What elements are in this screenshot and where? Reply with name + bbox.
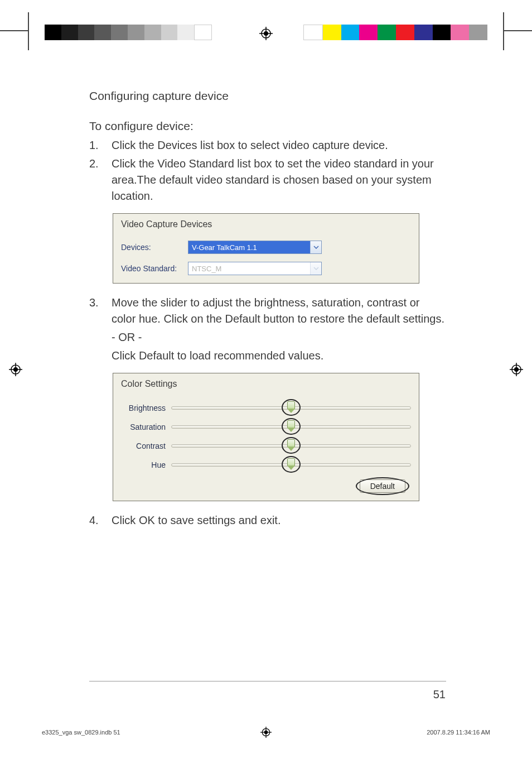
brightness-label: Brightness (121, 404, 171, 412)
step-number: 3. (89, 295, 112, 364)
video-capture-panel: Video Capture Devices Devices: V-Gear Ta… (113, 213, 419, 284)
step-text: Click the Video Standard list box to set… (112, 156, 446, 204)
devices-dropdown[interactable]: V-Gear TalkCam 1.1 (188, 241, 322, 254)
list-item: 3. Move the slider to adjust the brightn… (89, 295, 446, 364)
registration-mark-icon (259, 27, 273, 40)
slider-thumb[interactable] (287, 401, 295, 414)
horizontal-rule (89, 681, 446, 681)
step-text: Move the slider to adjust the brightness… (112, 295, 446, 364)
list-item: 1. Click the Devices list box to select … (89, 137, 446, 153)
step-number: 4. (89, 512, 112, 529)
step-list: 4. Click OK to save settings and exit. (89, 512, 446, 529)
step-list: 1. Click the Devices list box to select … (89, 137, 446, 204)
crop-mark (504, 30, 532, 31)
contrast-row: Contrast (121, 440, 411, 452)
brightness-slider[interactable] (171, 402, 411, 414)
hue-slider[interactable] (171, 459, 411, 471)
slider-thumb[interactable] (287, 420, 295, 433)
step-list: 3. Move the slider to adjust the brightn… (89, 295, 446, 364)
color-bar (303, 25, 487, 40)
color-settings-panel: Color Settings Brightness Saturation Con… (113, 373, 419, 501)
saturation-slider[interactable] (171, 421, 411, 433)
devices-label: Devices: (121, 243, 188, 252)
page-number: 51 (433, 688, 446, 701)
crop-mark (28, 12, 29, 50)
hue-label: Hue (121, 460, 171, 469)
default-button[interactable]: Default (360, 479, 405, 493)
section-heading: Configuring capture device (89, 89, 446, 103)
chevron-down-icon[interactable] (310, 241, 321, 253)
slider-thumb[interactable] (287, 458, 295, 471)
print-registration-bars (0, 12, 532, 28)
hue-row: Hue (121, 459, 411, 471)
video-standard-row: Video Standard: NTSC_M (121, 262, 411, 275)
chevron-down-icon[interactable] (310, 262, 321, 275)
step-text: Click the Devices list box to select vid… (112, 137, 446, 153)
step-number: 2. (89, 156, 112, 204)
video-standard-label: Video Standard: (121, 264, 188, 273)
footer: e3325_vga sw_0829.indb 51 2007.8.29 11:3… (42, 729, 490, 736)
slider-thumb[interactable] (287, 439, 295, 452)
saturation-label: Saturation (121, 423, 171, 431)
page-content: Configuring capture device To configure … (89, 89, 446, 537)
crop-mark (503, 12, 504, 50)
brightness-row: Brightness (121, 402, 411, 414)
default-row: Default (121, 479, 411, 493)
crop-mark (0, 30, 28, 31)
registration-mark-icon (510, 363, 523, 376)
step-number: 1. (89, 137, 112, 153)
devices-row: Devices: V-Gear TalkCam 1.1 (121, 241, 411, 254)
sub-heading: To configure device: (89, 119, 446, 133)
footer-filename: e3325_vga sw_0829.indb 51 (42, 729, 120, 736)
fieldset-legend: Video Capture Devices (121, 219, 212, 229)
devices-value: V-Gear TalkCam 1.1 (188, 241, 310, 253)
footer-datetime: 2007.8.29 11:34:16 AM (427, 729, 490, 736)
list-item: 2. Click the Video Standard list box to … (89, 156, 446, 204)
fieldset-legend: Color Settings (121, 379, 177, 388)
contrast-label: Contrast (121, 441, 171, 450)
list-item: 4. Click OK to save settings and exit. (89, 512, 446, 529)
video-standard-value: NTSC_M (188, 262, 310, 275)
registration-mark-icon (260, 727, 272, 738)
step-text: Click OK to save settings and exit. (112, 512, 446, 529)
registration-mark-icon (9, 363, 22, 376)
saturation-row: Saturation (121, 421, 411, 433)
contrast-slider[interactable] (171, 440, 411, 452)
video-standard-dropdown[interactable]: NTSC_M (188, 262, 322, 275)
grayscale-bar (45, 25, 212, 40)
